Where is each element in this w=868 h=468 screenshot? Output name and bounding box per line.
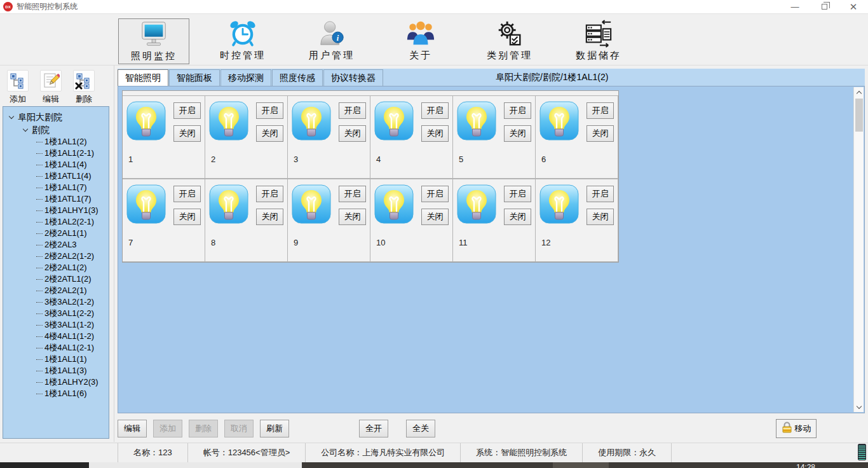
tree-leaf-item[interactable]: 1楼1AL1(3) bbox=[3, 365, 109, 376]
scrollbar-thumb[interactable] bbox=[855, 99, 863, 132]
light-on-button[interactable]: 开启 bbox=[256, 186, 283, 202]
restore-button[interactable] bbox=[810, 0, 839, 14]
toolbar-item-lighting-monitor[interactable]: 照明监控 bbox=[118, 18, 189, 64]
bottom-toolbar-button[interactable]: 刷新 bbox=[260, 420, 289, 437]
status-segment: 名称：123 bbox=[118, 443, 187, 462]
all-on-button[interactable]: 全开 bbox=[359, 420, 388, 437]
tree-leaf-item[interactable]: 1楼1AL1(2-1) bbox=[3, 148, 109, 159]
chevron-up-icon bbox=[857, 90, 862, 95]
light-off-button[interactable]: 关闭 bbox=[504, 209, 531, 225]
light-number: 2 bbox=[211, 155, 215, 164]
tree-leaf-item[interactable]: 2楼2AL2(1-2) bbox=[3, 251, 109, 262]
bottom-toolbar-button[interactable]: 删除 bbox=[189, 420, 218, 437]
status-bar: 名称：123帐号：123456<管理员>公司名称：上海凡特实业有限公司系统：智能… bbox=[0, 443, 868, 462]
add-node-button[interactable]: 添加 bbox=[4, 70, 32, 105]
tree-leaf-item[interactable]: 4楼4AL1(2-1) bbox=[3, 342, 109, 354]
light-off-button[interactable]: 关闭 bbox=[339, 209, 366, 225]
bottom-toolbar-button[interactable]: 编辑 bbox=[118, 420, 147, 437]
edit-node-button[interactable]: 编辑 bbox=[37, 70, 65, 105]
toolbar-item-category-management[interactable]: 类别管理 bbox=[474, 18, 545, 64]
tree-leaf-item[interactable]: 1楼1AL1(1) bbox=[3, 354, 109, 365]
light-on-button[interactable]: 开启 bbox=[587, 102, 614, 119]
light-on-button[interactable]: 开启 bbox=[421, 102, 449, 119]
light-card: 开启 关闭 6 bbox=[536, 95, 618, 179]
light-off-button[interactable]: 关闭 bbox=[339, 125, 366, 142]
tree-leaf-item[interactable]: 1楼1AL1(4) bbox=[3, 159, 109, 170]
tree-leaf-item[interactable]: 1楼1AL1(6) bbox=[3, 388, 109, 399]
tab[interactable]: 智能照明 bbox=[118, 69, 168, 86]
tab[interactable]: 移动探测 bbox=[220, 69, 271, 86]
tree-leaf-item[interactable]: 2楼2AL1(1) bbox=[3, 228, 109, 239]
light-on-button[interactable]: 开启 bbox=[421, 186, 449, 202]
bottom-toolbar-button[interactable]: 添加 bbox=[153, 420, 182, 437]
tree-leaf-item[interactable]: 2楼2AL1(2) bbox=[3, 262, 109, 273]
toolbar-item-time-control[interactable]: 时控管理 bbox=[207, 18, 278, 64]
close-button[interactable]: ✕ bbox=[839, 0, 868, 14]
tab[interactable]: 协议转换器 bbox=[323, 69, 383, 86]
tab[interactable]: 照度传感 bbox=[272, 69, 323, 86]
taskbar-start-area[interactable] bbox=[0, 462, 89, 468]
minimize-button[interactable]: — bbox=[780, 0, 810, 14]
light-on-button[interactable]: 开启 bbox=[173, 102, 201, 119]
tree-leaf-item[interactable]: 3楼3AL1(1-2) bbox=[3, 319, 109, 331]
light-off-button[interactable]: 关闭 bbox=[421, 209, 449, 225]
tree-group-node[interactable]: 剧院 bbox=[3, 123, 109, 136]
tree-leaf-item[interactable]: 1楼1ALHY2(3) bbox=[3, 376, 109, 388]
taskbar-open-app[interactable] bbox=[553, 462, 609, 468]
tree-leaf-item[interactable]: 1楼1ATL1(7) bbox=[3, 193, 109, 205]
light-on-button[interactable]: 开启 bbox=[504, 186, 531, 202]
light-off-button[interactable]: 关闭 bbox=[587, 209, 614, 225]
light-on-button[interactable]: 开启 bbox=[339, 102, 366, 119]
light-number: 4 bbox=[376, 155, 381, 164]
scroll-up-button[interactable] bbox=[854, 87, 864, 97]
tree-leaf-item[interactable]: 1楼1ATL1(4) bbox=[3, 170, 109, 182]
tab[interactable]: 智能面板 bbox=[169, 69, 220, 86]
toolbar-label: 数据储存 bbox=[576, 50, 621, 62]
toolbar-item-data-storage[interactable]: 数据储存 bbox=[563, 18, 634, 64]
tree-leaf-item[interactable]: 2楼2ATL1(2) bbox=[3, 273, 109, 285]
light-number: 10 bbox=[376, 238, 385, 247]
light-off-button[interactable]: 关闭 bbox=[587, 125, 614, 142]
tree-group-label: 剧院 bbox=[32, 125, 50, 135]
scroll-down-button[interactable] bbox=[854, 402, 864, 412]
light-off-button[interactable]: 关闭 bbox=[504, 125, 531, 142]
light-bulb-icon bbox=[292, 184, 331, 226]
light-off-button[interactable]: 关闭 bbox=[173, 209, 201, 225]
tree-leaf-item[interactable]: 2楼2AL3 bbox=[3, 239, 109, 251]
light-off-button[interactable]: 关闭 bbox=[256, 125, 283, 142]
bottom-toolbar-button[interactable]: 取消 bbox=[224, 420, 254, 437]
people-icon bbox=[405, 18, 436, 49]
delete-node-button[interactable]: 删除 bbox=[70, 70, 98, 105]
tree-leaf-item[interactable]: 1楼1AL2(2-1) bbox=[3, 216, 109, 228]
tree-leaf-item[interactable]: 3楼3AL2(1-2) bbox=[3, 296, 109, 308]
light-on-button[interactable]: 开启 bbox=[587, 186, 614, 202]
tree-leaf-item[interactable]: 1楼1ALHY1(3) bbox=[3, 205, 109, 216]
light-off-button[interactable]: 关闭 bbox=[256, 209, 283, 225]
tree-leaf-item[interactable]: 1楼1AL1(2) bbox=[3, 136, 109, 148]
move-button[interactable]: 移动 bbox=[776, 419, 817, 438]
light-off-button[interactable]: 关闭 bbox=[173, 125, 201, 142]
light-bulb-icon bbox=[539, 184, 579, 226]
light-number: 1 bbox=[128, 155, 133, 164]
light-off-button[interactable]: 关闭 bbox=[421, 125, 449, 142]
light-on-button[interactable]: 开启 bbox=[339, 186, 366, 202]
tree-leaf-item[interactable]: 3楼3AL1(2-2) bbox=[3, 308, 109, 319]
desktop-taskbar[interactable]: 14:28 bbox=[0, 462, 868, 468]
all-off-button[interactable]: 全关 bbox=[406, 420, 435, 437]
toolbar-item-user-management[interactable]: i 用户管理 bbox=[296, 18, 367, 64]
alarm-clock-icon bbox=[227, 18, 258, 49]
taskbar-clock: 14:28 bbox=[796, 463, 815, 468]
sidebar: 添加 编辑 bbox=[0, 65, 114, 442]
tree-leaf-item[interactable]: 1楼1AL1(7) bbox=[3, 182, 109, 193]
tree-root-node[interactable]: 阜阳大剧院 bbox=[3, 111, 109, 123]
toolbar-item-about[interactable]: 关于 bbox=[385, 18, 456, 64]
light-card: 开启 关闭 12 bbox=[536, 179, 618, 262]
taskbar-light-segment bbox=[89, 462, 302, 468]
user-info-icon: i bbox=[316, 18, 347, 49]
tree-leaf-item[interactable]: 4楼4AL1(1-2) bbox=[3, 331, 109, 342]
light-on-button[interactable]: 开启 bbox=[504, 102, 531, 119]
tree-leaf-item[interactable]: 2楼2AL2(1) bbox=[3, 285, 109, 296]
light-on-button[interactable]: 开启 bbox=[173, 186, 201, 202]
light-on-button[interactable]: 开启 bbox=[256, 102, 283, 119]
vertical-scrollbar[interactable] bbox=[853, 87, 864, 412]
